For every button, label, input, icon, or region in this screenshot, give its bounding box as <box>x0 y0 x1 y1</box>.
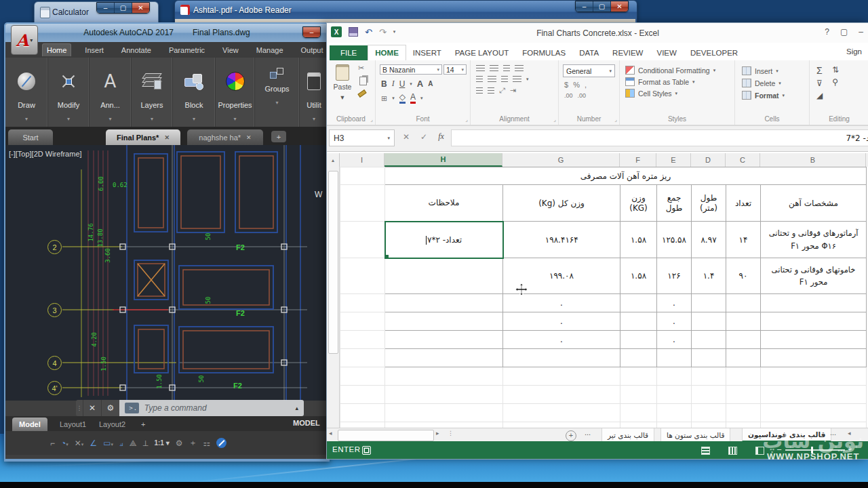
clear-button[interactable]: ◢ <box>816 92 823 100</box>
cell[interactable] <box>726 294 761 312</box>
cell[interactable] <box>761 294 867 312</box>
chevron-down-icon[interactable]: ▾ <box>313 116 315 122</box>
paste-button[interactable]: Paste ▾ <box>331 64 354 101</box>
header-cell-c[interactable]: تعداد <box>726 185 761 222</box>
cut-button[interactable]: ✂ <box>358 64 367 72</box>
format-cells-button[interactable]: Format ▾ <box>742 91 809 100</box>
cell[interactable] <box>761 331 867 349</box>
align-center-button[interactable] <box>488 76 496 83</box>
formula-bar-input[interactable]: تعداد- 2*7 <box>451 129 868 146</box>
cell[interactable] <box>620 331 657 349</box>
cell[interactable] <box>340 312 385 331</box>
cell-e4[interactable]: ۱۲۶ <box>657 258 692 294</box>
cell[interactable] <box>761 312 867 331</box>
align-top-button[interactable] <box>476 65 485 72</box>
grow-font-button[interactable]: A <box>417 79 423 89</box>
cell[interactable] <box>620 294 657 312</box>
minimize-icon[interactable]: – <box>303 27 320 37</box>
tab-review[interactable]: REVIEW <box>606 45 650 60</box>
cell[interactable] <box>340 386 385 404</box>
autocad-window[interactable]: Autodesk AutoCAD 2017Final Plans.dwg – A… <box>4 22 330 462</box>
italic-button[interactable]: I <box>392 79 395 89</box>
tab-page-layout[interactable]: PAGE LAYOUT <box>448 45 515 60</box>
fill-button[interactable]: ⊽ <box>816 79 823 87</box>
cell[interactable] <box>385 331 503 349</box>
format-as-table-button[interactable]: Format as Table ▾ <box>625 77 734 86</box>
panel-groups[interactable]: Groups ▾ <box>255 58 300 127</box>
dialog-launcher-icon[interactable]: ⌟ <box>370 117 373 123</box>
header-cell-b[interactable]: مشخصات آهن <box>761 185 867 222</box>
cell[interactable] <box>761 349 867 367</box>
header-cell-e[interactable]: جمع طول <box>657 185 692 222</box>
tab-home[interactable]: HOME <box>368 45 406 60</box>
cell-c3[interactable]: ۱۴ <box>726 222 761 258</box>
new-sheet-button[interactable]: + <box>566 430 576 441</box>
autocad-titlebar[interactable]: Autodesk AutoCAD 2017Final Plans.dwg <box>5 24 328 42</box>
cell-h4[interactable] <box>385 258 503 294</box>
cell[interactable] <box>692 331 726 349</box>
vertical-scrollbar-thumb[interactable] <box>328 171 338 354</box>
chevron-down-icon[interactable]: ▾ <box>67 116 70 122</box>
tab-developer[interactable]: DEVELOPER <box>684 45 745 60</box>
horizontal-scrollbar[interactable] <box>338 430 434 441</box>
scroll-left-icon[interactable]: ◂ <box>329 430 332 436</box>
panel-annotation[interactable]: A Ann... ▾ <box>90 58 132 127</box>
copy-button[interactable] <box>359 77 367 85</box>
increase-decimal-button[interactable]: .00 <box>564 93 573 99</box>
scroll-right-icon[interactable]: ▸ <box>436 430 439 436</box>
table-title-cell[interactable]: ریز متره آهن آلات مصرفی <box>385 167 867 185</box>
panel-properties[interactable]: Properties ▾ <box>216 58 255 127</box>
chevron-down-icon[interactable]: ▾ <box>108 116 111 122</box>
splitter-grip-icon[interactable]: ⋮ <box>448 430 454 436</box>
column-header-g[interactable]: G <box>502 153 620 167</box>
object-snap-tracking-icon[interactable]: ⟁ <box>130 439 137 448</box>
cell-e3[interactable]: ۱۲۵.۵۸ <box>657 222 692 258</box>
column-header-f[interactable]: F <box>620 153 656 167</box>
tab-model[interactable]: Model <box>12 418 47 431</box>
customize-wrench-icon[interactable]: ⚙ <box>101 400 119 416</box>
decrease-decimal-button[interactable]: .00 <box>578 93 587 99</box>
font-color-button[interactable]: A <box>410 93 416 104</box>
cell-dot[interactable]: . <box>657 294 692 312</box>
ribbon-options-icon[interactable]: ▢ <box>840 27 848 37</box>
cancel-icon[interactable]: ✕ <box>403 132 410 142</box>
sheet-tab-foundation[interactable]: قالب بندی فونداسیون <box>742 428 831 442</box>
dialog-launcher-icon[interactable]: ⌟ <box>553 117 556 123</box>
panel-utilities[interactable]: Utilit ▾ <box>300 58 328 127</box>
close-icon[interactable]: ✕ <box>132 3 149 13</box>
cell[interactable] <box>657 349 692 367</box>
insert-cells-button[interactable]: Insert ▾ <box>742 66 809 75</box>
accounting-format-button[interactable]: $ <box>564 81 568 89</box>
cell[interactable] <box>692 312 726 331</box>
borders-button[interactable]: ⊞ <box>381 95 387 102</box>
tab-data[interactable]: DATA <box>572 45 606 60</box>
cell-b4[interactable]: خاموتهای فوقانی و تحتانی محور F۱ <box>761 258 867 294</box>
align-bottom-button[interactable] <box>503 65 510 72</box>
orientation-button[interactable]: ⤢ <box>499 87 505 94</box>
normal-view-icon[interactable] <box>701 447 710 455</box>
align-middle-button[interactable] <box>490 65 498 72</box>
help-icon[interactable]: ? <box>825 27 829 37</box>
cell[interactable] <box>340 404 385 422</box>
snap-mode-icon[interactable]: ✕▾ <box>75 439 84 448</box>
maximize-icon[interactable]: ▢ <box>115 3 132 13</box>
page-break-view-icon[interactable] <box>755 447 764 455</box>
cell-d4[interactable]: ۱.۴ <box>692 258 726 294</box>
cell[interactable] <box>340 349 385 367</box>
zoom-slider[interactable] <box>785 449 845 451</box>
chevron-down-icon[interactable]: ▾ <box>193 116 195 122</box>
cell-dot[interactable]: . <box>657 312 692 331</box>
header-cell-f[interactable]: وزن (KG) <box>620 185 657 222</box>
font-name-select[interactable]: B Nazanin ▾ <box>380 64 442 75</box>
cell-d3[interactable]: ۸.۹۷ <box>692 222 726 258</box>
insert-function-icon[interactable]: fx <box>438 131 444 142</box>
macro-record-icon[interactable] <box>362 446 371 455</box>
cell[interactable] <box>340 367 385 386</box>
minimize-icon[interactable]: – <box>576 1 593 12</box>
chevron-down-icon[interactable]: ▾ <box>275 100 278 106</box>
minimize-icon[interactable]: – <box>97 3 115 13</box>
cell[interactable] <box>340 185 385 222</box>
close-icon[interactable]: ✕ <box>83 400 101 416</box>
cell[interactable] <box>620 349 657 367</box>
cell[interactable] <box>726 312 761 331</box>
